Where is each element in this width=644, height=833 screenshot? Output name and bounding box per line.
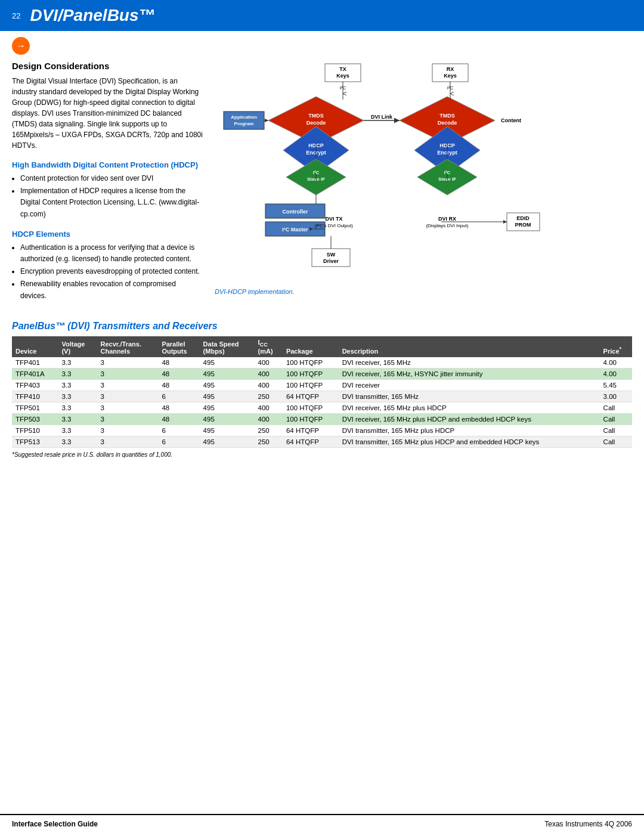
table-cell: 5.45	[600, 379, 632, 391]
table-cell: 3	[97, 391, 159, 402]
svg-text:Program: Program	[234, 121, 254, 126]
table-cell: Call	[600, 436, 632, 447]
left-column: Design Considerations The Digital Visual…	[12, 61, 203, 303]
table-cell: 64 HTQFP	[283, 425, 339, 436]
diagram-container: TX Keys RX Keys I²C I²C TMDS Decode TMDS	[215, 61, 632, 283]
table-cell: 3	[97, 425, 159, 436]
col-icc: ICC(mA)	[255, 336, 283, 357]
col-channels: Recvr./Trans.Channels	[97, 336, 159, 357]
table-cell: 3.00	[600, 391, 632, 402]
col-price: Price*	[600, 336, 632, 357]
elements-bullet-3: Renewability enables revocation of compr…	[20, 278, 203, 301]
table-cell: Call	[600, 413, 632, 425]
table-header-row: Device Voltage(V) Recvr./Trans.Channels …	[12, 336, 632, 357]
table-cell: 3.3	[58, 368, 97, 379]
svg-text:Decode: Decode	[306, 120, 326, 126]
table-cell: TFP401A	[12, 368, 58, 379]
table-row: TFP4033.3348495400100 HTQFPDVI receiver5…	[12, 379, 632, 391]
table-footnote: *Suggested resale price in U.S. dollars …	[12, 451, 632, 458]
table-cell: TFP503	[12, 413, 58, 425]
table-cell: 3.3	[58, 413, 97, 425]
table-cell: 48	[158, 379, 199, 391]
table-cell: TFP403	[12, 379, 58, 391]
table-cell: 495	[200, 368, 255, 379]
hdcp-bullet-1: Content protection for video sent over D…	[20, 173, 203, 184]
footer-right: Texas Instruments 4Q 2006	[544, 820, 632, 828]
table-row: TFP5133.33649525064 HTQFPDVI transmitter…	[12, 436, 632, 447]
table-cell: 6	[158, 425, 199, 436]
table-cell: 48	[158, 402, 199, 413]
svg-text:Keys: Keys	[336, 73, 349, 79]
table-cell: 495	[200, 413, 255, 425]
table-cell: DVI receiver	[339, 379, 600, 391]
col-voltage: Voltage(V)	[58, 336, 97, 357]
svg-text:EDID: EDID	[516, 215, 530, 221]
svg-text:Content: Content	[501, 117, 521, 123]
svg-text:Controller: Controller	[282, 209, 308, 215]
panelbus-table: Device Voltage(V) Recvr./Trans.Channels …	[12, 336, 632, 448]
table-cell: 3	[97, 436, 159, 447]
table-cell: 6	[158, 436, 199, 447]
table-body: TFP4013.3348495400100 HTQFPDVI receiver,…	[12, 357, 632, 448]
table-cell: 3.3	[58, 391, 97, 402]
table-cell: 400	[255, 402, 283, 413]
design-considerations-title: Design Considerations	[12, 61, 203, 71]
hdcp-elements-list: Authentication is a process for verifyin…	[12, 242, 203, 302]
table-cell: DVI transmitter, 165 MHz	[339, 391, 600, 402]
svg-text:TMDS: TMDS	[308, 113, 324, 119]
table-cell: 250	[255, 425, 283, 436]
table-cell: TFP401	[12, 357, 58, 368]
table-cell: 64 HTQFP	[283, 436, 339, 447]
page-footer: Interface Selection Guide Texas Instrume…	[0, 814, 644, 833]
page-title: DVI/PanelBus™	[30, 6, 155, 25]
table-cell: 3	[97, 368, 159, 379]
diagram-area: TX Keys RX Keys I²C I²C TMDS Decode TMDS	[215, 61, 632, 303]
table-cell: 100 HTQFP	[283, 413, 339, 425]
table-cell: 3.3	[58, 436, 97, 447]
svg-text:PROM: PROM	[515, 222, 531, 228]
table-title: PanelBus™ (DVI) Transmitters and Receive…	[12, 321, 632, 332]
table-cell: 48	[158, 413, 199, 425]
table-cell: 3	[97, 402, 159, 413]
page-header: 22 DVI/PanelBus™	[0, 0, 644, 31]
table-cell: 3	[97, 413, 159, 425]
svg-text:Decode: Decode	[438, 120, 457, 126]
table-cell: 400	[255, 357, 283, 368]
table-cell: 3	[97, 357, 159, 368]
col-outputs: ParallelOutputs	[158, 336, 199, 357]
svg-text:DVI Link: DVI Link	[371, 114, 393, 120]
dvi-hdcp-diagram: TX Keys RX Keys I²C I²C TMDS Decode TMDS	[215, 61, 549, 281]
footer-left: Interface Selection Guide	[12, 820, 98, 828]
table-cell: DVI receiver, 165 MHz plus HDCP	[339, 402, 600, 413]
table-cell: 100 HTQFP	[283, 379, 339, 391]
table-cell: 48	[158, 357, 199, 368]
table-cell: 3.3	[58, 402, 97, 413]
table-cell: 100 HTQFP	[283, 368, 339, 379]
table-cell: 100 HTQFP	[283, 402, 339, 413]
svg-text:DVI TX: DVI TX	[325, 216, 342, 222]
table-cell: 3.3	[58, 379, 97, 391]
svg-text:Driver: Driver	[323, 258, 339, 264]
svg-text:TMDS: TMDS	[439, 113, 455, 119]
table-cell: 100 HTQFP	[283, 357, 339, 368]
col-package: Package	[283, 336, 339, 357]
arrow-button[interactable]	[12, 37, 30, 55]
hdcp-subtitle: High Bandwidth Digital Content Protectio…	[12, 160, 203, 169]
hdcp-bullet-2: Implementation of HDCP requires a licens…	[20, 185, 203, 220]
col-description: Description	[339, 336, 600, 357]
diagram-caption: DVI-HDCP implementation.	[215, 288, 632, 295]
svg-text:(PC's DVI Output): (PC's DVI Output)	[315, 223, 353, 228]
svg-text:I²C Master: I²C Master	[282, 227, 308, 233]
table-cell: 495	[200, 436, 255, 447]
table-cell: 250	[255, 436, 283, 447]
table-cell: 4.00	[600, 368, 632, 379]
svg-text:RX: RX	[447, 66, 454, 72]
elements-bullet-2: Encryption prevents eavesdropping of pro…	[20, 266, 203, 277]
svg-text:DVI RX: DVI RX	[438, 216, 456, 222]
table-row: TFP5033.3348495400100 HTQFPDVI receiver,…	[12, 413, 632, 425]
page-number: 22	[12, 11, 20, 20]
table-cell: 3.3	[58, 357, 97, 368]
arrow-section	[0, 31, 644, 61]
table-cell: DVI transmitter, 165 MHz plus HDCP	[339, 425, 600, 436]
hdcp-elements-subtitle: HDCP Elements	[12, 230, 203, 239]
